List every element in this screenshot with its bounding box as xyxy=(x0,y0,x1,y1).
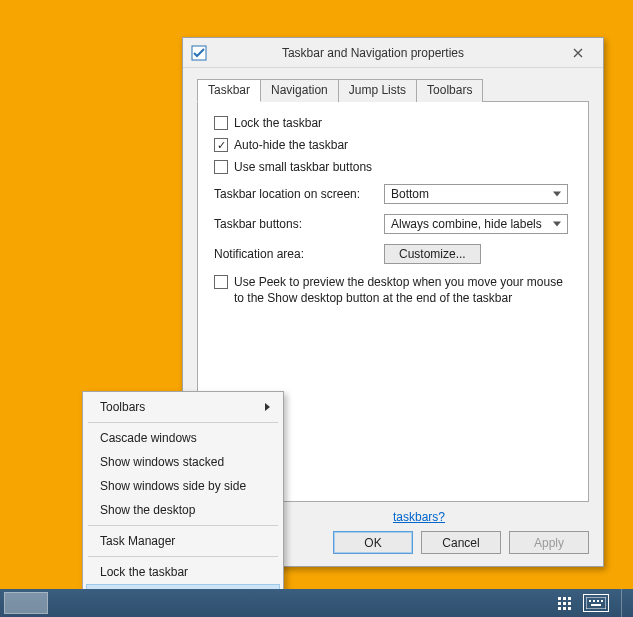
select-taskbar-location[interactable]: Bottom xyxy=(384,184,568,204)
taskbar-left xyxy=(0,592,48,614)
cancel-button[interactable]: Cancel xyxy=(421,531,501,554)
tab-taskbar[interactable]: Taskbar xyxy=(197,79,261,102)
apply-button[interactable]: Apply xyxy=(509,531,589,554)
keyboard-icon[interactable] xyxy=(583,594,609,612)
checkbox-autohide-taskbar[interactable] xyxy=(214,138,228,152)
taskbar-context-menu: Toolbars Cascade windows Show windows st… xyxy=(82,391,284,612)
menu-item-show-desktop[interactable]: Show the desktop xyxy=(86,498,280,522)
menu-item-cascade[interactable]: Cascade windows xyxy=(86,426,280,450)
svg-rect-4 xyxy=(597,600,599,602)
label-peek: Use Peek to preview the desktop when you… xyxy=(234,274,572,306)
taskbar-item[interactable] xyxy=(4,592,48,614)
menu-separator xyxy=(88,422,278,423)
svg-rect-1 xyxy=(586,597,606,609)
taskbar[interactable] xyxy=(0,589,633,617)
svg-rect-6 xyxy=(591,604,601,606)
menu-label: Toolbars xyxy=(100,400,145,414)
svg-rect-5 xyxy=(601,600,603,602)
dialog-title: Taskbar and Navigation properties xyxy=(215,46,555,60)
help-link[interactable]: taskbars? xyxy=(393,510,445,524)
tab-toolbars[interactable]: Toolbars xyxy=(416,79,483,102)
menu-separator xyxy=(88,525,278,526)
label-taskbar-location: Taskbar location on screen: xyxy=(214,187,384,201)
label-taskbar-buttons: Taskbar buttons: xyxy=(214,217,384,231)
tab-navigation[interactable]: Navigation xyxy=(260,79,339,102)
svg-rect-3 xyxy=(593,600,595,602)
checkbox-lock-taskbar[interactable] xyxy=(214,116,228,130)
menu-item-stacked[interactable]: Show windows stacked xyxy=(86,450,280,474)
menu-item-toolbars[interactable]: Toolbars xyxy=(86,395,280,419)
submenu-arrow-icon xyxy=(265,403,270,411)
ok-button[interactable]: OK xyxy=(333,531,413,554)
app-icon xyxy=(191,45,207,61)
label-notification-area: Notification area: xyxy=(214,247,384,261)
menu-label: Lock the taskbar xyxy=(100,565,188,579)
menu-label: Cascade windows xyxy=(100,431,197,445)
checkbox-small-buttons[interactable] xyxy=(214,160,228,174)
titlebar[interactable]: Taskbar and Navigation properties xyxy=(183,38,603,68)
label-autohide-taskbar: Auto-hide the taskbar xyxy=(234,138,348,152)
select-taskbar-buttons[interactable]: Always combine, hide labels xyxy=(384,214,568,234)
menu-label: Show the desktop xyxy=(100,503,195,517)
customize-button[interactable]: Customize... xyxy=(384,244,481,264)
close-button[interactable] xyxy=(555,41,600,65)
show-desktop-button[interactable] xyxy=(621,589,627,617)
help-link-text: taskbars? xyxy=(393,510,445,524)
menu-label: Task Manager xyxy=(100,534,175,548)
tab-jump-lists[interactable]: Jump Lists xyxy=(338,79,417,102)
label-lock-taskbar: Lock the taskbar xyxy=(234,116,322,130)
menu-item-sidebyside[interactable]: Show windows side by side xyxy=(86,474,280,498)
menu-item-task-manager[interactable]: Task Manager xyxy=(86,529,280,553)
dialog-buttons: OK Cancel Apply xyxy=(333,531,589,554)
svg-rect-2 xyxy=(589,600,591,602)
menu-label: Show windows stacked xyxy=(100,455,224,469)
taskbar-tray xyxy=(558,589,633,617)
label-small-buttons: Use small taskbar buttons xyxy=(234,160,372,174)
menu-separator xyxy=(88,556,278,557)
menu-item-lock-taskbar[interactable]: Lock the taskbar xyxy=(86,560,280,584)
menu-label: Show windows side by side xyxy=(100,479,246,493)
tray-apps-icon[interactable] xyxy=(558,597,571,610)
checkbox-peek[interactable] xyxy=(214,275,228,289)
tab-strip: Taskbar Navigation Jump Lists Toolbars xyxy=(197,78,589,102)
